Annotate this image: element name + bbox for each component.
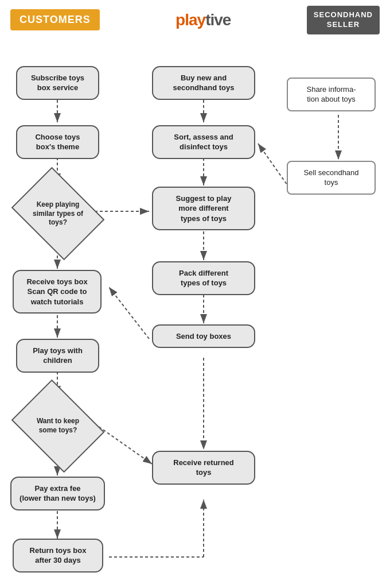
flow-diagram: Subscribe toys box service Choose toys b… bbox=[0, 46, 390, 588]
subscribe-node: Subscribe toys box service bbox=[16, 66, 99, 100]
return-box-node: Return toys boxafter 30 days bbox=[13, 539, 103, 572]
seller-label: SECONDHANDSELLER bbox=[307, 6, 380, 34]
share-info-node: Share informa-tion about toys bbox=[287, 78, 376, 111]
play-toys-node: Play toys withchildren bbox=[16, 339, 99, 373]
want-keep-node: Want to keepsome toys? bbox=[10, 396, 105, 457]
logo-play: play bbox=[176, 11, 205, 29]
pay-fee-node: Pay extra fee(lower than new toys) bbox=[10, 477, 105, 510]
send-boxes-node: Send toy boxes bbox=[152, 324, 255, 349]
sort-assess-node: Sort, assess anddisinfect toys bbox=[152, 125, 255, 159]
receive-toys-node: Receive toys boxScan QR code towatch tut… bbox=[13, 270, 102, 314]
logo-tive: tive bbox=[205, 11, 231, 29]
pack-toys-node: Pack differenttypes of toys bbox=[152, 261, 255, 295]
playtive-logo: playtive bbox=[176, 11, 231, 29]
choose-theme-node: Choose toys box's theme bbox=[16, 125, 99, 159]
customers-label: CUSTOMERS bbox=[10, 9, 100, 30]
buy-new-node: Buy new andsecondhand toys bbox=[152, 66, 255, 100]
suggest-play-node: Suggest to playmore differenttypes of to… bbox=[152, 187, 255, 231]
page-header: CUSTOMERS playtive SECONDHANDSELLER bbox=[0, 0, 390, 40]
receive-returned-node: Receive returnedtoys bbox=[152, 451, 255, 485]
svg-line-17 bbox=[109, 287, 149, 339]
sell-secondhand-node: Sell secondhandtoys bbox=[287, 161, 376, 195]
keep-playing-node: Keep playingsimilar types oftoys? bbox=[10, 184, 105, 244]
